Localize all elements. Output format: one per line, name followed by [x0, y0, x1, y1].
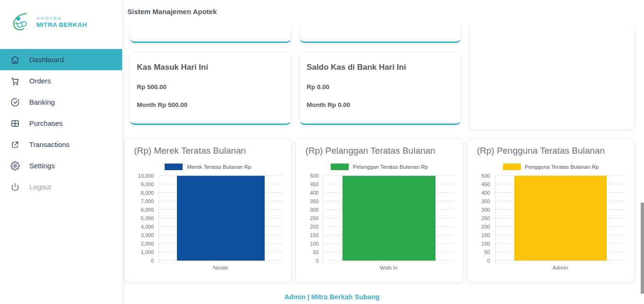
plot-area	[323, 176, 454, 261]
x-axis: Admin	[476, 265, 626, 271]
pharmacy-leaf-logo-icon	[11, 12, 33, 32]
partial-card-middle	[300, 26, 461, 43]
stat-card-value: Rp 0.00	[307, 83, 454, 90]
sidebar-item-label: Transactions	[29, 140, 69, 148]
sidebar-item-label: Banking	[29, 98, 55, 106]
bar-Walk In	[343, 176, 435, 261]
main-content: Kas Masuk Hari Ini Rp 500.00 Month Rp 50…	[123, 26, 644, 304]
sidebar-item-dashboard[interactable]: Dashboard	[0, 49, 122, 70]
stat-card-saldo-bank: Saldo Kas di Bank Hari Ini Rp 0.00 Month…	[300, 52, 461, 125]
sidebar-item-label: Orders	[29, 77, 51, 85]
power-icon	[10, 182, 20, 192]
x-axis: Walk In	[304, 265, 454, 271]
x-category-label: Walk In	[323, 265, 454, 271]
stat-cards-section: Kas Masuk Hari Ini Rp 500.00 Month Rp 50…	[130, 26, 635, 125]
stat-card-title: Kas Masuk Hari Ini	[137, 63, 284, 72]
brand-name-bottom: MITRA BERKAH	[36, 21, 87, 29]
home-icon	[10, 55, 20, 65]
vertical-scrollbar[interactable]	[641, 203, 644, 294]
sidebar: APOTEK MITRA BERKAH Dashboard Orders	[0, 0, 123, 304]
page-title: Sistem Manajemen Apotek	[127, 8, 217, 16]
legend-label: Pelanggan Teratas Bulanan Rp	[353, 164, 428, 170]
stat-card-month-value: Month Rp 500.00	[137, 101, 284, 108]
chart-title: (Rp) Pelanggan Teratas Bulanan	[305, 146, 454, 156]
legend-swatch	[165, 164, 183, 170]
bar-chart: 050100150200250300350400450500	[304, 176, 454, 261]
sidebar-item-label: Purchases	[29, 119, 63, 127]
stat-card-month-value: Month Rp 0.00	[307, 101, 454, 108]
plot-area	[159, 176, 283, 261]
brand-text: APOTEK MITRA BERKAH	[36, 16, 87, 29]
brand-name-top: APOTEK	[36, 16, 87, 21]
chart-card-pengguna-teratas: (Rp) Pengguna Teratas Bulanan Pengguna T…	[467, 139, 635, 282]
gear-icon	[10, 161, 20, 171]
x-category-label: Admin	[495, 265, 626, 271]
bar-chart: 01,0002,0003,0004,0005,0006,0007,0008,00…	[133, 176, 283, 261]
sidebar-item-banking[interactable]: Banking	[0, 91, 122, 113]
sidebar-item-label: Settings	[29, 162, 55, 170]
legend-swatch	[331, 164, 349, 170]
sidebar-item-label: Logout	[29, 183, 51, 191]
stat-card-value: Rp 500.00	[137, 83, 284, 90]
arrow-out-box-icon	[10, 140, 20, 149]
legend-label: Merek Teratas Bulanan Rp	[187, 164, 251, 170]
bar-Nestle	[177, 176, 265, 261]
y-axis: 050100150200250300350400450500	[476, 176, 495, 261]
legend-swatch	[503, 164, 521, 170]
cart-icon	[10, 76, 20, 86]
y-axis: 01,0002,0003,0004,0005,0006,0007,0008,00…	[133, 176, 159, 261]
sidebar-item-label: Dashboard	[29, 56, 64, 64]
partial-card-left	[130, 26, 291, 43]
check-circle-icon	[10, 98, 20, 107]
x-axis: Nestle	[133, 265, 283, 271]
sidebar-item-orders[interactable]: Orders	[0, 70, 122, 91]
plot-area	[495, 176, 626, 261]
chart-title: (Rp) Merek Teratas Bulanan	[134, 146, 283, 156]
chart-legend: Merek Teratas Bulanan Rp	[133, 164, 283, 170]
x-category-label: Nestle	[159, 265, 283, 271]
charts-section: (Rp) Merek Teratas Bulanan Merek Teratas…	[124, 139, 635, 282]
stat-card-kas-masuk: Kas Masuk Hari Ini Rp 500.00 Month Rp 50…	[130, 52, 291, 125]
chart-card-pelanggan-teratas: (Rp) Pelanggan Teratas Bulanan Pelanggan…	[295, 139, 463, 282]
chart-title: (Rp) Pengguna Teratas Bulanan	[477, 146, 626, 156]
legend-label: Pengguna Teratas Bulanan Rp	[525, 164, 599, 170]
sidebar-item-settings[interactable]: Settings	[0, 155, 122, 176]
bar-chart: 050100150200250300350400450500	[476, 176, 626, 261]
sidebar-menu: Dashboard Orders Banking	[0, 49, 122, 197]
sidebar-item-purchases[interactable]: Purchases	[0, 113, 122, 134]
chart-card-merek-teratas: (Rp) Merek Teratas Bulanan Merek Teratas…	[124, 139, 292, 282]
bar-Admin	[514, 176, 607, 261]
app-logo[interactable]: APOTEK MITRA BERKAH	[11, 12, 122, 32]
grid-icon	[10, 119, 20, 128]
stat-card-title: Saldo Kas di Bank Hari Ini	[307, 63, 454, 72]
sidebar-item-transactions[interactable]: Transactions	[0, 134, 122, 155]
chart-legend: Pengguna Teratas Bulanan Rp	[476, 164, 626, 170]
y-axis: 050100150200250300350400450500	[304, 176, 323, 261]
chart-legend: Pelanggan Teratas Bulanan Rp	[304, 164, 454, 170]
empty-panel-card	[469, 26, 635, 130]
sidebar-item-logout[interactable]: Logout	[0, 176, 122, 197]
